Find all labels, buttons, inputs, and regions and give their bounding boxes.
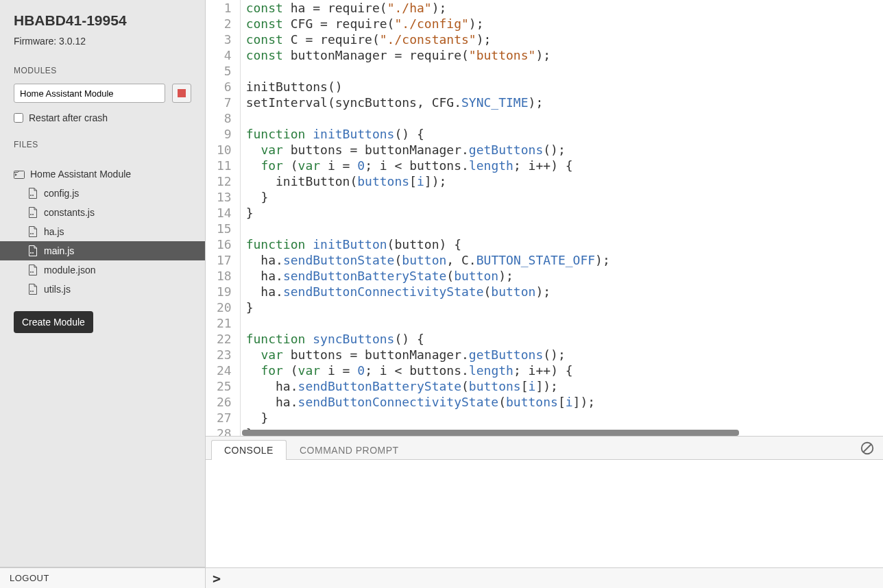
bottom-panel: CONSOLE COMMAND PROMPT bbox=[206, 436, 883, 567]
svg-point-11 bbox=[32, 271, 34, 273]
sidebar: HBABD41-19954 Firmware: 3.0.12 MODULES R… bbox=[0, 0, 206, 567]
file-tree: Home Assistant Module config.js constant… bbox=[0, 162, 205, 302]
clear-console-button[interactable] bbox=[860, 441, 875, 456]
module-name-input[interactable] bbox=[14, 84, 165, 103]
tab-console[interactable]: CONSOLE bbox=[211, 440, 287, 460]
svg-point-5 bbox=[32, 214, 34, 215]
scrollbar-thumb[interactable] bbox=[242, 430, 739, 436]
footer: LOGOUT > bbox=[0, 567, 883, 588]
svg-point-2 bbox=[30, 195, 32, 196]
firmware-version: Firmware: 3.0.12 bbox=[14, 36, 191, 47]
restart-label: Restart after crash bbox=[29, 112, 108, 123]
editor-area: 1234567891011121314151617181920212223242… bbox=[206, 0, 883, 567]
restart-checkbox-row[interactable]: Restart after crash bbox=[14, 112, 191, 123]
line-gutter: 1234567891011121314151617181920212223242… bbox=[206, 0, 241, 436]
svg-point-8 bbox=[30, 252, 32, 254]
file-label: constants.js bbox=[44, 207, 95, 218]
restart-checkbox[interactable] bbox=[14, 113, 23, 123]
code-editor[interactable]: 1234567891011121314151617181920212223242… bbox=[206, 0, 883, 436]
device-name: HBABD41-19954 bbox=[14, 12, 191, 29]
tab-command-prompt[interactable]: COMMAND PROMPT bbox=[287, 440, 412, 460]
file-item[interactable]: utils.js bbox=[0, 280, 205, 299]
file-icon bbox=[27, 207, 38, 218]
file-item[interactable]: main.js bbox=[0, 241, 205, 260]
modules-heading: MODULES bbox=[14, 66, 191, 75]
file-label: module.json bbox=[44, 265, 96, 275]
svg-point-13 bbox=[32, 291, 34, 292]
create-module-button[interactable]: Create Module bbox=[14, 311, 93, 333]
file-item[interactable]: constants.js bbox=[0, 203, 205, 222]
svg-point-3 bbox=[32, 195, 34, 196]
file-label: config.js bbox=[44, 188, 79, 199]
file-label: main.js bbox=[44, 245, 74, 256]
folder-label: Home Assistant Module bbox=[30, 169, 131, 180]
file-item[interactable]: ha.js bbox=[0, 222, 205, 241]
svg-marker-1 bbox=[15, 173, 17, 176]
file-icon bbox=[27, 226, 38, 237]
logout-button[interactable]: LOGOUT bbox=[0, 568, 206, 588]
file-icon bbox=[27, 188, 38, 199]
file-label: ha.js bbox=[44, 226, 64, 237]
stop-button[interactable] bbox=[172, 84, 191, 103]
console-output bbox=[206, 460, 883, 567]
folder-icon bbox=[14, 169, 25, 180]
svg-point-4 bbox=[30, 214, 32, 215]
file-item[interactable]: config.js bbox=[0, 184, 205, 203]
code-content[interactable]: const ha = require("./ha");const CFG = r… bbox=[241, 0, 883, 436]
stop-icon bbox=[178, 89, 186, 97]
svg-point-9 bbox=[32, 252, 34, 254]
svg-point-6 bbox=[30, 233, 32, 234]
svg-line-15 bbox=[864, 445, 871, 452]
console-prompt[interactable]: > bbox=[206, 570, 221, 587]
files-heading: FILES bbox=[14, 140, 191, 149]
console-tabs: CONSOLE COMMAND PROMPT bbox=[206, 437, 883, 460]
svg-point-12 bbox=[30, 291, 32, 292]
svg-point-7 bbox=[32, 233, 34, 234]
horizontal-scrollbar[interactable] bbox=[242, 430, 879, 436]
file-item[interactable]: module.json bbox=[0, 260, 205, 280]
file-icon bbox=[27, 265, 38, 275]
svg-point-10 bbox=[30, 271, 32, 273]
file-label: utils.js bbox=[44, 284, 71, 295]
file-icon bbox=[27, 284, 38, 295]
file-icon bbox=[27, 245, 38, 256]
folder-item[interactable]: Home Assistant Module bbox=[0, 164, 205, 184]
